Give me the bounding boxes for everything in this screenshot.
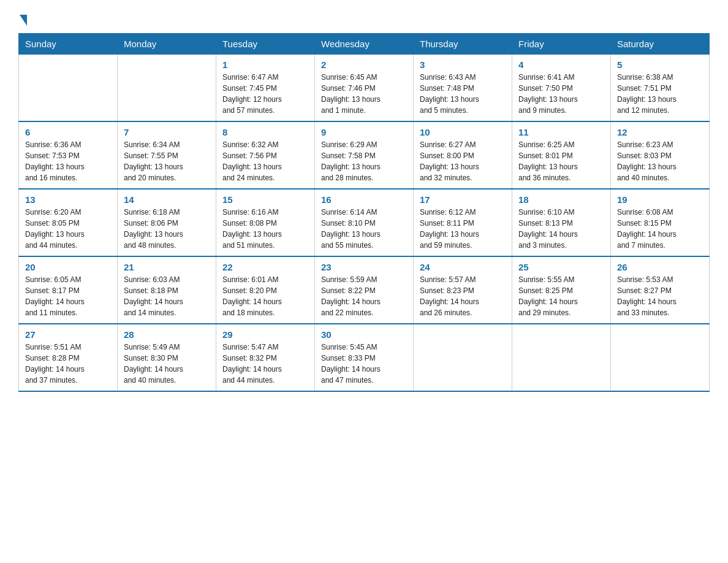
week-row-3: 13Sunrise: 6:20 AM Sunset: 8:05 PM Dayli…: [19, 189, 710, 256]
calendar-cell: 29Sunrise: 5:47 AM Sunset: 8:32 PM Dayli…: [216, 324, 315, 391]
day-number: 9: [321, 127, 407, 137]
day-info: Sunrise: 6:27 AM Sunset: 8:00 PM Dayligh…: [420, 139, 506, 183]
day-number: 19: [617, 194, 703, 205]
calendar-cell: 15Sunrise: 6:16 AM Sunset: 8:08 PM Dayli…: [216, 189, 315, 256]
day-number: 13: [25, 194, 111, 205]
calendar-cell: [414, 324, 512, 391]
calendar-cell: [118, 55, 216, 122]
day-info: Sunrise: 6:01 AM Sunset: 8:20 PM Dayligh…: [222, 274, 308, 318]
day-number: 4: [518, 59, 604, 70]
column-header-friday: Friday: [512, 34, 611, 55]
day-number: 12: [617, 127, 703, 137]
day-info: Sunrise: 6:36 AM Sunset: 7:53 PM Dayligh…: [25, 139, 111, 183]
calendar-cell: 27Sunrise: 5:51 AM Sunset: 8:28 PM Dayli…: [19, 324, 118, 391]
page-header: [18, 12, 710, 23]
week-row-5: 27Sunrise: 5:51 AM Sunset: 8:28 PM Dayli…: [19, 324, 710, 391]
day-info: Sunrise: 6:23 AM Sunset: 8:03 PM Dayligh…: [617, 139, 703, 183]
day-info: Sunrise: 6:20 AM Sunset: 8:05 PM Dayligh…: [25, 207, 111, 251]
day-number: 10: [420, 127, 506, 137]
calendar-cell: [512, 324, 611, 391]
day-info: Sunrise: 6:14 AM Sunset: 8:10 PM Dayligh…: [321, 207, 407, 251]
calendar-cell: 28Sunrise: 5:49 AM Sunset: 8:30 PM Dayli…: [118, 324, 216, 391]
day-number: 21: [124, 262, 210, 272]
day-number: 22: [222, 262, 308, 272]
day-info: Sunrise: 6:41 AM Sunset: 7:50 PM Dayligh…: [518, 72, 604, 116]
day-number: 3: [420, 59, 506, 70]
calendar-cell: 26Sunrise: 5:53 AM Sunset: 8:27 PM Dayli…: [611, 256, 710, 324]
day-info: Sunrise: 6:25 AM Sunset: 8:01 PM Dayligh…: [518, 139, 604, 183]
day-info: Sunrise: 6:34 AM Sunset: 7:55 PM Dayligh…: [124, 139, 210, 183]
calendar-cell: 20Sunrise: 6:05 AM Sunset: 8:17 PM Dayli…: [19, 256, 118, 324]
day-number: 29: [222, 329, 308, 340]
day-number: 11: [518, 127, 604, 137]
logo: [18, 12, 28, 23]
calendar-cell: 3Sunrise: 6:43 AM Sunset: 7:48 PM Daylig…: [414, 55, 512, 122]
calendar-cell: 17Sunrise: 6:12 AM Sunset: 8:11 PM Dayli…: [414, 189, 512, 256]
day-number: 27: [25, 329, 111, 340]
calendar-cell: 2Sunrise: 6:45 AM Sunset: 7:46 PM Daylig…: [315, 55, 414, 122]
calendar-table: SundayMondayTuesdayWednesdayThursdayFrid…: [18, 33, 710, 392]
week-row-2: 6Sunrise: 6:36 AM Sunset: 7:53 PM Daylig…: [19, 121, 710, 189]
calendar-cell: 22Sunrise: 6:01 AM Sunset: 8:20 PM Dayli…: [216, 256, 315, 324]
day-info: Sunrise: 6:08 AM Sunset: 8:15 PM Dayligh…: [617, 207, 703, 251]
header-row: SundayMondayTuesdayWednesdayThursdayFrid…: [19, 34, 710, 55]
day-info: Sunrise: 6:45 AM Sunset: 7:46 PM Dayligh…: [321, 72, 407, 116]
day-info: Sunrise: 5:55 AM Sunset: 8:25 PM Dayligh…: [518, 274, 604, 318]
week-row-1: 1Sunrise: 6:47 AM Sunset: 7:45 PM Daylig…: [19, 55, 710, 122]
day-info: Sunrise: 6:18 AM Sunset: 8:06 PM Dayligh…: [124, 207, 210, 251]
day-number: 23: [321, 262, 407, 272]
column-header-saturday: Saturday: [611, 34, 710, 55]
column-header-thursday: Thursday: [414, 34, 512, 55]
calendar-cell: 24Sunrise: 5:57 AM Sunset: 8:23 PM Dayli…: [414, 256, 512, 324]
day-number: 28: [124, 329, 210, 340]
day-info: Sunrise: 6:47 AM Sunset: 7:45 PM Dayligh…: [222, 72, 308, 116]
day-info: Sunrise: 6:32 AM Sunset: 7:56 PM Dayligh…: [222, 139, 308, 183]
calendar-cell: 5Sunrise: 6:38 AM Sunset: 7:51 PM Daylig…: [611, 55, 710, 122]
day-info: Sunrise: 5:47 AM Sunset: 8:32 PM Dayligh…: [222, 342, 308, 386]
calendar-cell: 12Sunrise: 6:23 AM Sunset: 8:03 PM Dayli…: [611, 121, 710, 189]
day-info: Sunrise: 5:45 AM Sunset: 8:33 PM Dayligh…: [321, 342, 407, 386]
column-header-sunday: Sunday: [19, 34, 118, 55]
calendar-cell: 11Sunrise: 6:25 AM Sunset: 8:01 PM Dayli…: [512, 121, 611, 189]
day-number: 25: [518, 262, 604, 272]
day-number: 15: [222, 194, 308, 205]
calendar-cell: 10Sunrise: 6:27 AM Sunset: 8:00 PM Dayli…: [414, 121, 512, 189]
day-info: Sunrise: 5:57 AM Sunset: 8:23 PM Dayligh…: [420, 274, 506, 318]
day-info: Sunrise: 6:29 AM Sunset: 7:58 PM Dayligh…: [321, 139, 407, 183]
calendar-cell: 1Sunrise: 6:47 AM Sunset: 7:45 PM Daylig…: [216, 55, 315, 122]
day-info: Sunrise: 6:38 AM Sunset: 7:51 PM Dayligh…: [617, 72, 703, 116]
calendar-cell: 21Sunrise: 6:03 AM Sunset: 8:18 PM Dayli…: [118, 256, 216, 324]
day-number: 16: [321, 194, 407, 205]
day-info: Sunrise: 6:43 AM Sunset: 7:48 PM Dayligh…: [420, 72, 506, 116]
calendar-cell: 18Sunrise: 6:10 AM Sunset: 8:13 PM Dayli…: [512, 189, 611, 256]
day-number: 30: [321, 329, 407, 340]
day-info: Sunrise: 5:51 AM Sunset: 8:28 PM Dayligh…: [25, 342, 111, 386]
day-info: Sunrise: 6:03 AM Sunset: 8:18 PM Dayligh…: [124, 274, 210, 318]
calendar-cell: 13Sunrise: 6:20 AM Sunset: 8:05 PM Dayli…: [19, 189, 118, 256]
calendar-cell: 16Sunrise: 6:14 AM Sunset: 8:10 PM Dayli…: [315, 189, 414, 256]
calendar-cell: 7Sunrise: 6:34 AM Sunset: 7:55 PM Daylig…: [118, 121, 216, 189]
column-header-tuesday: Tuesday: [216, 34, 315, 55]
day-info: Sunrise: 5:53 AM Sunset: 8:27 PM Dayligh…: [617, 274, 703, 318]
calendar-cell: 14Sunrise: 6:18 AM Sunset: 8:06 PM Dayli…: [118, 189, 216, 256]
calendar-cell: 25Sunrise: 5:55 AM Sunset: 8:25 PM Dayli…: [512, 256, 611, 324]
day-number: 2: [321, 59, 407, 70]
calendar-cell: 19Sunrise: 6:08 AM Sunset: 8:15 PM Dayli…: [611, 189, 710, 256]
day-info: Sunrise: 6:05 AM Sunset: 8:17 PM Dayligh…: [25, 274, 111, 318]
day-info: Sunrise: 6:16 AM Sunset: 8:08 PM Dayligh…: [222, 207, 308, 251]
day-number: 6: [25, 127, 111, 137]
calendar-cell: 8Sunrise: 6:32 AM Sunset: 7:56 PM Daylig…: [216, 121, 315, 189]
logo-triangle-icon: [20, 15, 27, 26]
calendar-cell: [19, 55, 118, 122]
day-number: 8: [222, 127, 308, 137]
calendar-cell: 9Sunrise: 6:29 AM Sunset: 7:58 PM Daylig…: [315, 121, 414, 189]
day-number: 20: [25, 262, 111, 272]
day-number: 1: [222, 59, 308, 70]
day-number: 26: [617, 262, 703, 272]
day-info: Sunrise: 6:12 AM Sunset: 8:11 PM Dayligh…: [420, 207, 506, 251]
day-number: 17: [420, 194, 506, 205]
day-info: Sunrise: 5:49 AM Sunset: 8:30 PM Dayligh…: [124, 342, 210, 386]
calendar-cell: 30Sunrise: 5:45 AM Sunset: 8:33 PM Dayli…: [315, 324, 414, 391]
week-row-4: 20Sunrise: 6:05 AM Sunset: 8:17 PM Dayli…: [19, 256, 710, 324]
calendar-cell: 6Sunrise: 6:36 AM Sunset: 7:53 PM Daylig…: [19, 121, 118, 189]
